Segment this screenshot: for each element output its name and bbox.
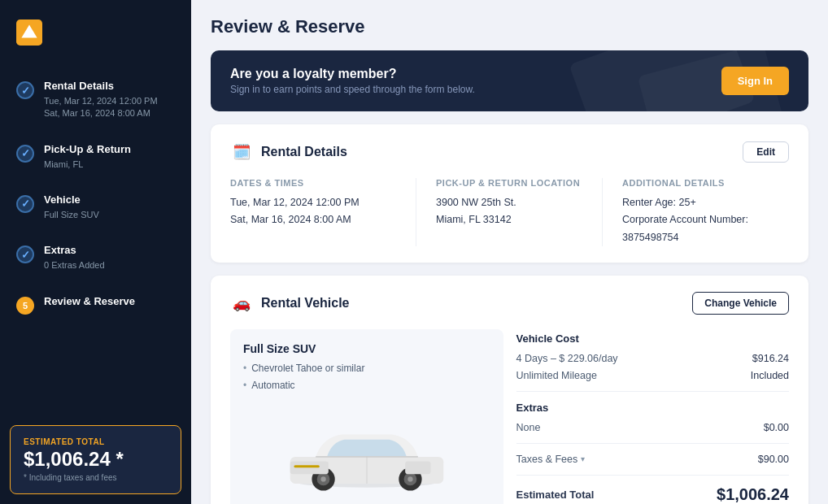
step-subtitle-4: 0 Extras Added bbox=[44, 259, 175, 272]
vehicle-content: Full Size SUV Chevrolet Tahoe or similar… bbox=[230, 329, 789, 504]
sidebar-logo bbox=[0, 13, 191, 62]
rental-details-card: 🗓️ Rental Details Edit Dates & Times Tue… bbox=[211, 124, 808, 263]
step-indicator-5: 5 bbox=[16, 297, 34, 315]
sidebar: ✓ Rental Details Tue, Mar 12, 2024 12:00… bbox=[0, 0, 191, 504]
total-amount: $1,006.24 bbox=[717, 485, 789, 504]
page-title: Review & Reserve bbox=[211, 16, 808, 37]
change-vehicle-button[interactable]: Change Vehicle bbox=[692, 292, 789, 315]
vehicle-cost-title: Vehicle Cost bbox=[516, 332, 790, 345]
total-label: Estimated Total bbox=[516, 489, 595, 501]
estimated-label: ESTIMATED TOTAL bbox=[24, 437, 168, 446]
step-indicator-3: ✓ bbox=[16, 195, 34, 213]
rental-details-title: Rental Details bbox=[261, 145, 347, 159]
sidebar-step-vehicle[interactable]: ✓ Vehicle Full Size SUV bbox=[0, 182, 191, 232]
svg-point-9 bbox=[407, 476, 412, 481]
dates-value: Tue, Mar 12, 2024 12:00 PMSat, Mar 16, 2… bbox=[230, 194, 396, 229]
main-content: Review & Reserve Are you a loyalty membe… bbox=[191, 0, 828, 504]
svg-rect-11 bbox=[405, 461, 430, 474]
logo-icon bbox=[16, 20, 42, 46]
step-subtitle-3: Full Size SUV bbox=[44, 209, 175, 221]
mileage-value: Included bbox=[751, 370, 789, 381]
step-title-1: Rental Details bbox=[44, 80, 175, 93]
vehicle-type: Full Size SUV bbox=[243, 342, 490, 355]
estimated-amount: $1,006.24 * bbox=[24, 448, 168, 471]
step-subtitle-1: Tue, Mar 12, 2024 12:00 PMSat, Mar 16, 2… bbox=[44, 95, 175, 120]
vehicle-left-panel: Full Size SUV Chevrolet Tahoe or similar… bbox=[230, 329, 503, 504]
step-subtitle-2: Miami, FL bbox=[44, 159, 175, 171]
sidebar-step-pickup-return[interactable]: ✓ Pick-Up & Return Miami, FL bbox=[0, 132, 191, 182]
taxes-value: $90.00 bbox=[758, 454, 789, 465]
extras-title: Extras bbox=[516, 402, 790, 414]
vehicle-image bbox=[277, 405, 456, 502]
sidebar-step-extras[interactable]: ✓ Extras 0 Extras Added bbox=[0, 232, 191, 283]
days-cost-value: $916.24 bbox=[752, 353, 789, 364]
svg-point-6 bbox=[320, 476, 325, 481]
extras-value: $0.00 bbox=[764, 422, 789, 433]
days-cost-row: 4 Days – $ 229.06/day $916.24 bbox=[516, 353, 790, 364]
vehicle-image-container bbox=[243, 405, 490, 502]
location-value: 3900 NW 25th St.Miami, FL 33142 bbox=[436, 194, 582, 229]
vehicle-right-panel: Vehicle Cost 4 Days – $ 229.06/day $916.… bbox=[516, 329, 790, 504]
vehicle-feature-transmission: Automatic bbox=[243, 377, 490, 395]
divider-1 bbox=[516, 391, 790, 392]
rental-col-additional: Additional Details Renter Age: 25+Corpor… bbox=[603, 178, 789, 246]
mileage-cost-row: Unlimited Mileage Included bbox=[516, 370, 790, 381]
rental-col-location: Pick-up & Return Location 3900 NW 25th S… bbox=[416, 178, 603, 246]
mileage-label: Unlimited Mileage bbox=[516, 370, 597, 381]
estimated-total-row: Estimated Total $1,006.24 bbox=[516, 485, 790, 504]
step-title-3: Vehicle bbox=[44, 193, 175, 207]
taxes-fees-label: Taxes & Fees bbox=[516, 454, 578, 465]
step-indicator-1: ✓ bbox=[16, 81, 34, 99]
svg-rect-10 bbox=[290, 461, 328, 474]
step-title-5: Review & Reserve bbox=[44, 295, 175, 309]
sidebar-steps: ✓ Rental Details Tue, Mar 12, 2024 12:00… bbox=[0, 62, 191, 415]
rental-details-grid: Dates & Times Tue, Mar 12, 2024 12:00 PM… bbox=[230, 178, 789, 246]
sidebar-step-review-reserve[interactable]: 5 Review & Reserve bbox=[0, 284, 191, 326]
loyalty-subtitle: Sign in to earn points and speed through… bbox=[230, 84, 475, 95]
estimated-total-box: ESTIMATED TOTAL $1,006.24 * * Including … bbox=[10, 425, 181, 494]
extras-label-val: None bbox=[516, 422, 541, 433]
loyalty-text: Are you a loyalty member? Sign in to ear… bbox=[230, 67, 475, 95]
estimated-note: * Including taxes and fees bbox=[24, 473, 168, 482]
step-title-2: Pick-Up & Return bbox=[44, 143, 175, 157]
rental-vehicle-title: Rental Vehicle bbox=[261, 296, 350, 311]
taxes-cost-row: Taxes & Fees ▾ $90.00 bbox=[516, 454, 790, 465]
sidebar-step-rental-details[interactable]: ✓ Rental Details Tue, Mar 12, 2024 12:00… bbox=[0, 68, 191, 132]
step-indicator-4: ✓ bbox=[16, 245, 34, 263]
days-cost-label: 4 Days – $ 229.06/day bbox=[516, 353, 618, 364]
divider-2 bbox=[516, 443, 790, 444]
location-label: Pick-up & Return Location bbox=[436, 178, 582, 188]
calendar-icon: 🗓️ bbox=[230, 141, 253, 163]
vehicle-feature-model: Chevrolet Tahoe or similar bbox=[243, 360, 490, 378]
rental-vehicle-header: 🚗 Rental Vehicle Change Vehicle bbox=[230, 292, 789, 315]
additional-label: Additional Details bbox=[622, 178, 789, 188]
edit-button[interactable]: Edit bbox=[743, 141, 789, 163]
svg-rect-12 bbox=[294, 465, 319, 467]
rental-details-header: 🗓️ Rental Details Edit bbox=[230, 141, 789, 163]
step-indicator-2: ✓ bbox=[16, 145, 34, 163]
loyalty-title: Are you a loyalty member? bbox=[230, 67, 475, 81]
sign-in-button[interactable]: Sign In bbox=[721, 67, 789, 95]
loyalty-banner: Are you a loyalty member? Sign in to ear… bbox=[211, 50, 808, 111]
dates-label: Dates & Times bbox=[230, 178, 396, 188]
car-icon: 🚗 bbox=[230, 292, 253, 315]
extras-cost-row: None $0.00 bbox=[516, 422, 790, 433]
additional-value: Renter Age: 25+Corporate Account Number:… bbox=[622, 194, 789, 246]
rental-col-dates: Dates & Times Tue, Mar 12, 2024 12:00 PM… bbox=[230, 178, 416, 246]
rental-vehicle-card: 🚗 Rental Vehicle Change Vehicle Full Siz… bbox=[211, 276, 808, 504]
step-title-4: Extras bbox=[44, 244, 175, 258]
divider-3 bbox=[516, 475, 790, 476]
chevron-down-icon[interactable]: ▾ bbox=[581, 454, 585, 463]
